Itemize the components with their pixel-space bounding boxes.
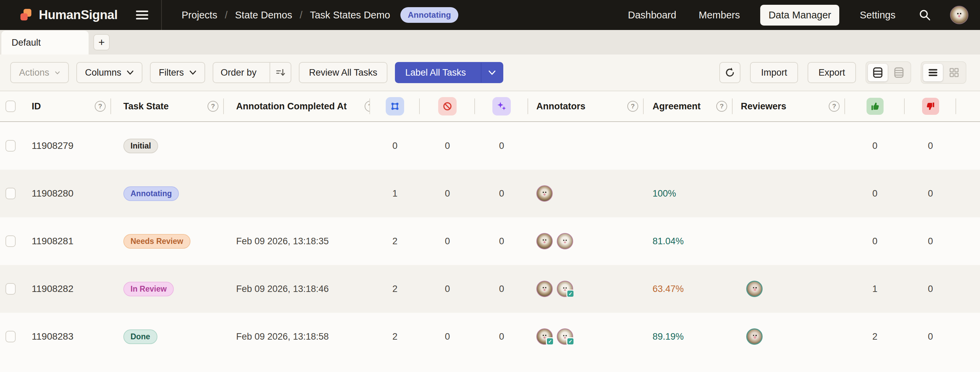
row-checkbox[interactable]: [5, 188, 16, 199]
filters-dropdown[interactable]: Filters: [150, 62, 205, 83]
humansignal-logo[interactable]: HumanSignal: [18, 8, 118, 22]
breadcrumb-projects[interactable]: Projects: [181, 10, 217, 21]
select-all-cell: [0, 91, 25, 121]
task-row[interactable]: 11908280 Annotating 1 0 0 100% 0 0: [0, 170, 980, 217]
annotators-cell: [528, 313, 644, 361]
row-checkbox[interactable]: [5, 331, 16, 342]
column-header-reviewers[interactable]: Reviewers: [733, 91, 845, 121]
task-state-badge: Needs Review: [123, 234, 191, 249]
review-all-tasks-button[interactable]: Review All Tasks: [299, 62, 388, 83]
column-header-accepted-count[interactable]: [845, 91, 905, 121]
task-row[interactable]: 11908283 Done Feb 09 2026, 13:18:58 2 0 …: [0, 313, 980, 361]
help-icon[interactable]: [207, 101, 218, 112]
data-manager-app: HumanSignal Projects State Demos Task St…: [0, 0, 980, 372]
task-row[interactable]: 11908282 In Review Feb 09 2026, 13:18:46…: [0, 265, 980, 313]
project-status-badge: Annotating: [400, 7, 459, 23]
select-all-checkbox[interactable]: [5, 100, 16, 112]
tab-default[interactable]: Default: [2, 31, 89, 54]
column-header-rejected-count[interactable]: [905, 91, 956, 121]
task-row[interactable]: 11908281 Needs Review Feb 09 2026, 13:18…: [0, 217, 980, 265]
view-mode-toggle: [921, 61, 966, 84]
label-all-label: Label All Tasks: [396, 63, 475, 83]
row-checkbox[interactable]: [5, 283, 16, 295]
predictions-count: 0: [499, 188, 504, 199]
table-header: ID Task State Annotation Completed At: [0, 91, 980, 122]
help-icon[interactable]: [95, 101, 106, 112]
menu-icon[interactable]: [135, 10, 149, 21]
predictions-count: 0: [499, 284, 504, 294]
help-icon[interactable]: [716, 101, 727, 112]
annotation-submitted-check-icon: [546, 337, 554, 345]
sort-direction-toggle[interactable]: [269, 63, 291, 83]
label-all-dropdown-toggle[interactable]: [481, 63, 503, 83]
actions-dropdown[interactable]: Actions: [10, 62, 69, 83]
export-label: Export: [818, 67, 845, 78]
tall-rows-icon: [873, 67, 883, 78]
export-button[interactable]: Export: [808, 62, 856, 83]
import-button[interactable]: Import: [750, 62, 798, 83]
help-icon-clipped: [364, 100, 370, 113]
toolbar-left: Actions Columns Filters Order by: [10, 62, 503, 83]
completed-at: Feb 09 2026, 13:18:46: [236, 284, 329, 294]
column-header-skipped-count[interactable]: [420, 91, 475, 121]
columns-dropdown[interactable]: Columns: [76, 62, 143, 83]
column-header-id[interactable]: ID: [25, 91, 111, 121]
annotator-avatar: [536, 185, 553, 202]
nav-link-members[interactable]: Members: [697, 5, 742, 25]
help-icon[interactable]: [364, 101, 370, 112]
chevron-down-icon: [189, 70, 196, 75]
search-icon: [918, 8, 932, 22]
predictions-count: 0: [499, 331, 504, 342]
user-avatar[interactable]: [950, 6, 969, 24]
view-tabs: Default +: [0, 30, 980, 54]
completed-at: Feb 09 2026, 13:18:35: [236, 236, 329, 246]
order-by-button[interactable]: Order by: [213, 62, 291, 83]
grid-view-toggle[interactable]: [944, 64, 964, 81]
reviewers-cell: [733, 217, 845, 265]
accepted-count: 1: [872, 284, 877, 294]
chevron-down-icon: [127, 70, 134, 75]
column-header-annotators[interactable]: Annotators: [528, 91, 644, 121]
skipped-count-icon: [438, 97, 457, 116]
search-button[interactable]: [918, 8, 932, 22]
nav-link-settings[interactable]: Settings: [858, 5, 897, 25]
hamburger-icon: [135, 10, 149, 21]
import-label: Import: [761, 67, 787, 78]
column-header-agreement[interactable]: Agreement: [644, 91, 733, 121]
list-view-toggle[interactable]: [923, 64, 943, 81]
breadcrumb-state-demos[interactable]: State Demos: [235, 10, 293, 21]
task-state-badge: Done: [123, 329, 158, 344]
toolbar: Actions Columns Filters Order by: [0, 54, 980, 91]
label-all-tasks-button[interactable]: Label All Tasks: [395, 62, 503, 83]
annotators-cell: [528, 265, 644, 313]
nav-link-data-manager[interactable]: Data Manager: [760, 5, 839, 25]
toolbar-right: Import Export: [719, 61, 966, 84]
refresh-button[interactable]: [719, 62, 740, 83]
rejected-count: 0: [928, 188, 933, 199]
annotations-count: 2: [392, 331, 397, 342]
accepted-count: 2: [872, 331, 877, 342]
reviewer-avatar: [746, 328, 763, 345]
help-icon[interactable]: [829, 101, 840, 112]
add-tab-button[interactable]: +: [93, 34, 110, 51]
annotator-avatar: [536, 328, 553, 345]
annotation-submitted-check-icon: [566, 289, 574, 298]
task-row[interactable]: 11908279 Initial 0 0 0 0 0: [0, 122, 980, 170]
row-checkbox[interactable]: [5, 235, 16, 247]
help-icon[interactable]: [627, 101, 638, 112]
column-header-predictions-count[interactable]: [475, 91, 528, 121]
column-header-task-state[interactable]: Task State: [111, 91, 224, 121]
compact-rows-toggle[interactable]: [889, 64, 909, 81]
reviewers-cell: [733, 122, 845, 170]
column-header-annotations-count[interactable]: [370, 91, 420, 121]
reviewers-cell: [733, 170, 845, 217]
row-checkbox[interactable]: [5, 140, 16, 152]
completed-at: Feb 09 2026, 13:18:58: [236, 331, 329, 342]
task-id: 11908280: [32, 188, 73, 199]
tall-rows-toggle[interactable]: [868, 64, 888, 81]
nav-link-dashboard[interactable]: Dashboard: [626, 5, 678, 25]
column-header-annotation-completed-at[interactable]: Annotation Completed At: [224, 91, 370, 121]
breadcrumb-task-states-demo[interactable]: Task States Demo: [310, 10, 390, 21]
annotations-count: 2: [392, 284, 397, 294]
filters-label: Filters: [159, 67, 184, 78]
